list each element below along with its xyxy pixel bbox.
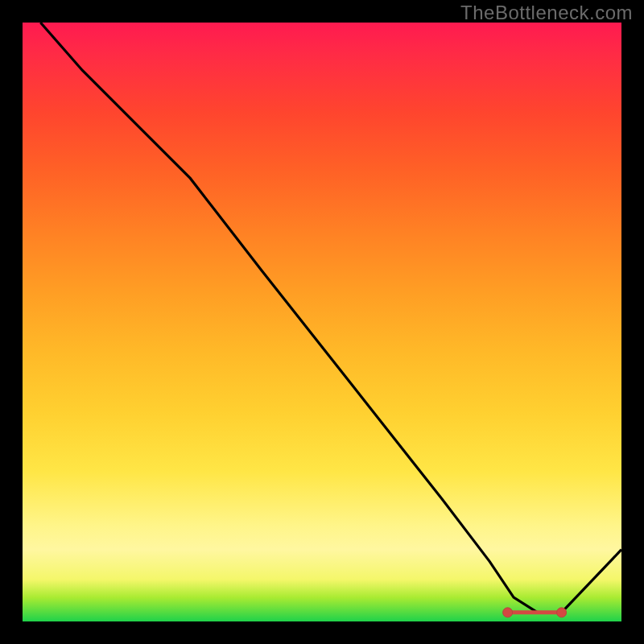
plot-svg	[23, 23, 621, 621]
optimum-marker-left	[503, 608, 513, 617]
bottleneck-curve	[40, 23, 621, 613]
chart-frame: TheBottleneck.com	[0, 0, 644, 644]
optimum-marker-right	[557, 608, 567, 617]
plot-container	[23, 23, 621, 621]
watermark-text: TheBottleneck.com	[460, 2, 633, 24]
